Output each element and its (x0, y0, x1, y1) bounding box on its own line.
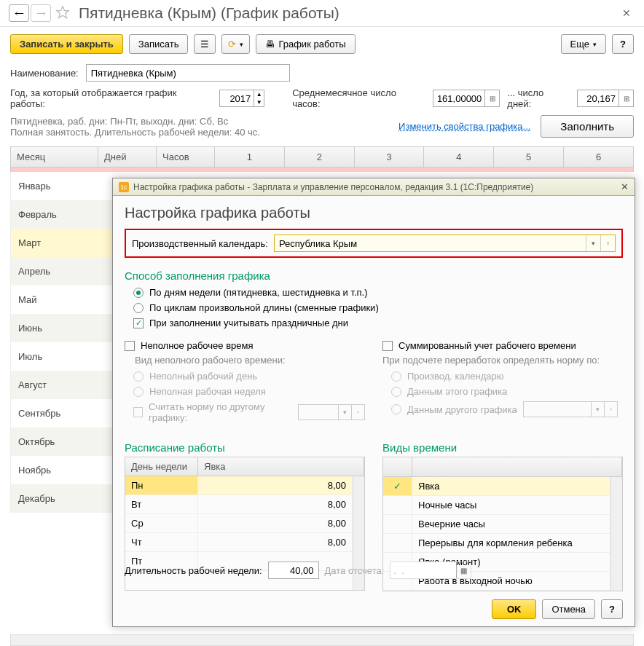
parttime-week-radio: Неполная рабочая неделя (125, 384, 365, 399)
avg-hours-label: Среднемесячное число часов: (292, 87, 425, 109)
method-heading: Способ заполнения графика (125, 269, 623, 282)
desc-line1: Пятидневка, раб. дни: Пн-Пт, выходн. дни… (10, 116, 260, 127)
schedule-row[interactable]: Пн8,00 (125, 476, 353, 495)
schedule-row[interactable]: Чт8,00 (125, 533, 353, 552)
nav-back[interactable]: 🡐 (9, 4, 29, 22)
start-date-input: ▦ (390, 562, 471, 579)
radio-icon (133, 288, 144, 298)
svg-marker-0 (57, 7, 69, 18)
print-schedule-button[interactable]: 🖶 График работы (256, 34, 355, 54)
radio-icon (133, 303, 144, 313)
year-label: Год, за который отображается график рабо… (10, 87, 212, 109)
desc-line2: Полная занятость. Длительность рабочей н… (10, 127, 260, 138)
list-view-button[interactable]: ☰ (194, 34, 216, 54)
dropdown-icon: ▾ (240, 41, 243, 48)
calendar-combo[interactable]: ▾ ▫ (274, 235, 616, 252)
dropdown-icon: ▾ (593, 41, 597, 48)
radio-icon (133, 387, 144, 397)
sync-button[interactable]: ⟳ ▾ (221, 34, 250, 54)
horizontal-scrollbar[interactable] (10, 634, 634, 646)
method-weekdays-radio[interactable]: По дням недели (пятидневка, шестидневка … (125, 285, 623, 300)
week-length-label: Длительность рабочей недели: (125, 565, 262, 576)
fill-button[interactable]: Заполнить (541, 115, 634, 138)
dialog-close-icon[interactable]: ✕ (621, 181, 629, 192)
save-button[interactable]: Записать (129, 34, 189, 54)
more-button[interactable]: Еще ▾ (561, 34, 606, 54)
overtime-other-combo: ▾▫ (523, 401, 618, 417)
combo-open-icon[interactable]: ▫ (600, 235, 615, 251)
checkbox-icon (133, 407, 143, 417)
week-length-input[interactable] (268, 562, 319, 579)
open-icon: ▫ (604, 402, 617, 417)
days-label: ... число дней: (507, 87, 570, 109)
spin-down-icon[interactable]: ▼ (254, 98, 264, 106)
dialog-help-button[interactable]: ? (601, 599, 623, 619)
other-schedule-combo: ▾▫ (298, 404, 365, 420)
page-title: Пятидневка (Крым) (График работы) (79, 4, 339, 22)
list-icon: ☰ (200, 39, 209, 50)
type-row[interactable]: ✓Явка (383, 477, 610, 496)
types-heading: Виды времени (382, 441, 623, 454)
settings-dialog: 1c Настройка графика работы - Зарплата и… (112, 178, 635, 627)
spin-up-icon[interactable]: ▲ (254, 90, 264, 98)
avg-hours-field[interactable]: ⊞ (433, 90, 500, 107)
parttime-kind-label: Вид неполного рабочего времени: (125, 353, 365, 369)
year-spinner[interactable]: ▲▼ (219, 90, 264, 107)
help-button[interactable]: ? (612, 34, 634, 54)
overtime-other-radio: Данным другого графика ▾▫ (382, 399, 623, 419)
schedule-heading: Расписание работы (125, 441, 365, 454)
close-window-icon[interactable]: ✕ (618, 6, 635, 20)
checkbox-icon: ✓ (133, 318, 144, 328)
type-row[interactable]: Вечерние часы (383, 515, 610, 534)
method-cycles-radio[interactable]: По циклам произвольной длины (сменные гр… (125, 300, 623, 315)
dialog-heading: Настройка графика работы (125, 205, 623, 221)
days-field[interactable]: ⊞ (577, 90, 634, 107)
dropdown-icon: ▾ (591, 402, 604, 417)
holidays-checkbox[interactable]: ✓ При заполнении учитывать праздничные д… (125, 315, 623, 331)
overtime-this-radio: Данным этого графика (382, 384, 623, 399)
app-icon: 1c (119, 182, 129, 192)
radio-icon (133, 371, 144, 382)
grid-header: Месяц Дней Часов 1 2 3 4 5 6 (10, 146, 634, 168)
favorite-star-icon[interactable] (55, 5, 71, 21)
dialog-title: Настройка графика работы - Зарплата и уп… (133, 182, 533, 192)
calculator-icon[interactable]: ⊞ (484, 90, 499, 106)
radio-icon (391, 371, 401, 382)
overtime-cal-radio: Производ. календарю (382, 369, 623, 384)
type-row[interactable]: Перерывы для кормления ребенка (383, 534, 610, 553)
calculator-icon[interactable]: ⊞ (619, 90, 633, 106)
combo-dropdown-icon[interactable]: ▾ (586, 235, 600, 251)
checkbox-icon (125, 341, 135, 351)
parttime-day-radio: Неполный рабочий день (125, 369, 365, 384)
type-row[interactable]: Ночные часы (383, 496, 610, 515)
parttime-checkbox[interactable]: Неполное рабочее время (125, 338, 365, 353)
printer-icon: 🖶 (265, 39, 275, 50)
radio-icon (391, 404, 401, 414)
radio-icon (391, 387, 401, 397)
schedule-row[interactable]: Ср8,00 (125, 514, 353, 533)
dropdown-icon: ▾ (338, 405, 351, 419)
start-date-label: Дата отсчета: (325, 565, 385, 576)
sync-icon: ⟳ (228, 39, 236, 50)
schedule-row[interactable]: Вт8,00 (125, 495, 353, 514)
summed-checkbox[interactable]: Суммированный учет рабочего времени (382, 338, 623, 353)
calendar-label: Производственный календарь: (132, 238, 268, 249)
ok-button[interactable]: OK (492, 599, 537, 619)
name-input[interactable] (86, 64, 290, 82)
calendar-selection-box: Производственный календарь: ▾ ▫ (125, 229, 623, 258)
parttime-other-check: Считать норму по другому графику: ▾▫ (125, 399, 365, 425)
checkbox-icon (382, 341, 393, 351)
edit-properties-link[interactable]: Изменить свойства графика... (398, 121, 530, 132)
open-icon: ▫ (351, 405, 364, 419)
calendar-icon: ▦ (456, 562, 471, 578)
overtime-label: При подсчете переработок определять норм… (382, 353, 623, 369)
save-close-button[interactable]: Записать и закрыть (10, 34, 123, 54)
nav-forward[interactable]: 🡒 (31, 4, 51, 22)
name-label: Наименование: (10, 68, 79, 79)
cancel-button[interactable]: Отмена (542, 599, 595, 619)
